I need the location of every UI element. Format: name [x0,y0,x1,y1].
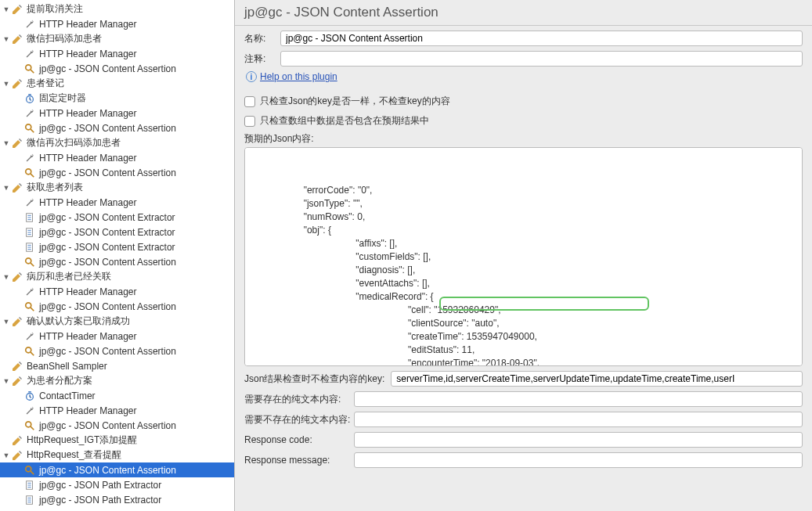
tree-item[interactable]: jp@gc - JSON Content Extractor [0,210,234,225]
magnifier-icon [23,300,36,313]
tree-item[interactable]: BeanShell Sampler [0,358,234,373]
must-not-exist-input[interactable] [354,412,803,427]
must-exist-input[interactable] [354,391,803,407]
tree-item[interactable]: HTTP Header Manager [0,106,234,121]
magnifier-icon [23,345,36,358]
ignore-key-input[interactable] [391,371,803,387]
tree-item[interactable]: ▼患者登记 [0,76,234,91]
tree-toggle[interactable]: ▼ [2,452,11,459]
json-line: "eventAttachs": [], [251,277,796,290]
tree-item[interactable]: 固定定时器 [0,91,234,106]
wrench-icon [23,48,36,60]
tree-item[interactable]: ▼微信扫码添加患者 [0,31,234,46]
comment-label: 注释: [244,52,274,66]
expected-json-textarea[interactable]: "errorCode": "0", "jsonType": "", "numRo… [244,147,803,366]
detail-panel: jp@gc - JSON Content Assertion 名称: 注释: i… [235,0,812,511]
must-not-exist-label: 需要不存在的纯文本内容: [244,413,348,426]
tree-item[interactable]: jp@gc - JSON Content Assertion [0,254,234,269]
tree-item[interactable]: jp@gc - JSON Content Assertion [0,462,234,477]
json-line: "encounterTime": "2018-09-03", [251,357,796,366]
tree-item[interactable]: jp@gc - JSON Path Extractor [0,492,234,507]
tree-item[interactable]: HttpRequest_IGT添加提醒 [0,433,234,448]
tree-toggle[interactable]: ▼ [2,318,11,326]
tree-item-label: ContactTimer [39,390,96,401]
tree-item-label: 固定定时器 [39,92,86,105]
tree-item[interactable]: ▼提前取消关注 [0,2,234,16]
tree-item-label: HTTP Header Manager [39,19,137,30]
tree-item-label: 病历和患者已经关联 [27,270,111,283]
tree-item[interactable]: jp@gc - JSON Content Extractor [0,225,234,239]
tree-item[interactable]: HTTP Header Manager [0,195,234,210]
tree-item[interactable]: ContactTimer [0,388,234,403]
tree-item[interactable]: jp@gc - JSON Content Assertion [0,418,234,433]
tree-item-label: HttpRequest_查看提醒 [27,448,121,462]
tree-item[interactable]: jp@gc - JSON Path Extractor [0,477,234,492]
tree-item-label: HTTP Header Manager [39,197,137,208]
tree-item-label: jp@gc - JSON Content Extractor [39,212,175,223]
magnifier-icon [23,63,36,75]
tree-toggle[interactable]: ▼ [2,139,11,147]
tree-panel[interactable]: ▼提前取消关注HTTP Header Manager▼微信扫码添加患者HTTP … [0,0,235,511]
wrench-icon [23,286,36,298]
tree-item[interactable]: jp@gc - JSON Content Assertion [0,121,234,135]
tree-item[interactable]: HTTP Header Manager [0,16,234,31]
doc-icon [23,211,36,224]
tree-toggle[interactable]: ▼ [2,377,11,385]
doc-icon [23,479,36,491]
tree-item[interactable]: ▼病历和患者已经关联 [0,269,234,284]
tree-item[interactable]: ▼为患者分配方案 [0,373,234,388]
tree-item-label: 微信再次扫码添加患者 [27,136,121,149]
checkbox-array-contains[interactable] [244,116,255,127]
tree-item[interactable]: jp@gc - JSON Content Extractor [0,239,234,254]
json-line: "clientSource": "auto", [251,317,796,330]
response-message-input[interactable] [354,452,803,468]
tree-item[interactable]: HTTP Header Manager [0,403,234,418]
json-line: "medicalRecord": { [251,290,796,304]
tree-item-label: jp@gc - JSON Path Extractor [39,495,161,506]
tree-item-label: 患者登记 [27,77,64,90]
response-code-input[interactable] [354,432,803,448]
tree-item[interactable]: HTTP Header Manager [0,329,234,344]
tree-item-label: jp@gc - JSON Content Assertion [39,123,176,134]
tree-toggle[interactable]: ▼ [2,273,11,281]
tree-toggle[interactable]: ▼ [2,184,11,192]
comment-input[interactable] [280,51,803,67]
tree-toggle[interactable]: ▼ [2,80,11,88]
wrench-icon [23,107,36,120]
checkbox-only-keys[interactable] [244,96,255,107]
doc-icon [23,226,36,239]
tree-item[interactable]: ▼确认默认方案已取消成功 [0,314,234,329]
json-line: "numRows": 0, [251,211,796,224]
tree-item[interactable]: HTTP Header Manager [0,284,234,299]
tree-toggle[interactable]: ▼ [2,35,11,43]
tree-item[interactable]: jp@gc - JSON Content Assertion [0,344,234,358]
json-line: "cell": "15932060429", [251,304,796,317]
response-code-label: Response code: [244,434,348,445]
tree-item[interactable]: HTTP Header Manager [0,46,234,61]
tree-item-label: HTTP Header Manager [39,405,137,416]
pencil-icon [11,182,23,194]
tree-toggle[interactable]: ▼ [2,5,11,13]
tree-item[interactable]: jp@gc - JSON Content Assertion [0,299,234,314]
tree-item[interactable]: jp@gc - JSON Content Assertion [0,61,234,76]
tree-item-label: HTTP Header Manager [39,153,137,164]
tree-item[interactable]: ▼获取患者列表 [0,180,234,195]
name-label: 名称: [244,32,274,45]
tree-item-label: jp@gc - JSON Content Assertion [39,420,176,431]
tree-item-label: jp@gc - JSON Content Assertion [39,465,176,476]
checkbox-array-contains-label: 只检查数组中数据是否包含在预期结果中 [260,114,429,128]
wrench-icon [23,405,36,417]
panel-title: jp@gc - JSON Content Assertion [235,0,812,26]
name-input[interactable] [280,31,803,46]
tree-item[interactable]: jp@gc - JSON Content Assertion [0,165,234,180]
json-line: "affixs": [], [251,237,796,250]
response-message-label: Response message: [244,455,348,466]
timer-icon [23,92,36,105]
tree-item[interactable]: HTTP Header Manager [0,150,234,165]
tree-item[interactable]: ▼HttpRequest_查看提醒 [0,448,234,462]
tree-item[interactable]: ▼微信再次扫码添加患者 [0,135,234,150]
json-line: "errorCode": "0", [251,184,796,197]
tree-item-label: 为患者分配方案 [27,374,92,387]
help-link[interactable]: Help on this plugin [260,71,337,82]
tree-item-label: jp@gc - JSON Content Extractor [39,242,175,253]
